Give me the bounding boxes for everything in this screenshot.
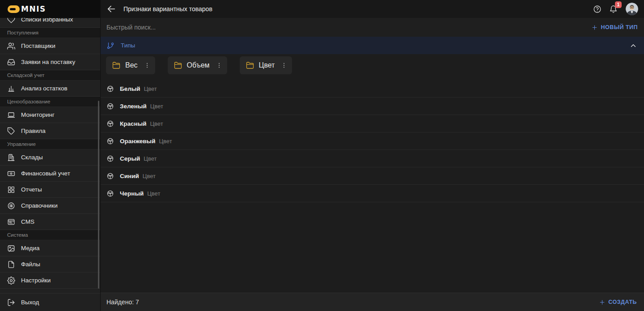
cms-icon [7, 218, 15, 226]
item-name: Оранжевый [120, 138, 155, 145]
sidebar-item-label: Поставщики [21, 43, 55, 49]
chevron-up-icon[interactable] [629, 42, 637, 50]
sidebar-nav: Списки избранныхПоступленияПоставщикиЗая… [0, 18, 100, 293]
list-item[interactable]: ЗеленыйЦвет [101, 98, 644, 115]
sidebar-bottom: Выход [0, 293, 100, 311]
list-circle-icon [7, 202, 15, 210]
notifications-button[interactable]: 1 [609, 5, 618, 13]
plus-icon [599, 299, 606, 306]
item-name: Красный [120, 120, 146, 127]
money-icon [7, 170, 15, 178]
sidebar-item-label: Финансовый учет [21, 170, 70, 177]
list-item[interactable]: ОранжевыйЦвет [101, 132, 644, 150]
sidebar-item-media[interactable]: Медиа [0, 240, 100, 256]
sidebar-item-directories[interactable]: Справочники [0, 198, 100, 214]
sidebar-item-monitoring[interactable]: Мониторинг [0, 107, 100, 123]
file-icon [7, 260, 15, 268]
sidebar-item-suppliers[interactable]: Поставщики [0, 38, 100, 54]
sidebar-item-finance[interactable]: Финансовый учет [0, 166, 100, 182]
folder-icon [112, 61, 120, 69]
list-item[interactable]: СинийЦвет [101, 167, 644, 185]
item-type-label: Цвет [144, 85, 157, 92]
app-window: MNIS Списки избранныхПоступленияПоставщи… [0, 0, 644, 311]
item-type-label: Цвет [159, 138, 172, 145]
notification-badge: 1 [615, 1, 622, 8]
main-panel: Признаки вариантных товаров 1 [101, 0, 644, 311]
building-icon [7, 153, 15, 162]
image-icon [7, 244, 15, 252]
back-button[interactable] [106, 4, 116, 14]
folder-icon [174, 61, 182, 69]
sidebar-item-label: Отчеты [21, 186, 42, 193]
bar-chart-icon [7, 85, 15, 93]
sidebar-item-logout[interactable]: Выход [0, 293, 100, 311]
list-item[interactable]: СерыйЦвет [101, 150, 644, 167]
items-list: БелыйЦветЗеленыйЦветКрасныйЦветОранжевый… [101, 80, 644, 202]
sidebar: MNIS Списки избранныхПоступленияПоставщи… [0, 0, 101, 311]
gear-icon [7, 277, 15, 285]
new-type-button[interactable]: НОВЫЙ ТИП [591, 24, 638, 31]
laptop-icon [7, 111, 15, 119]
omnis-logo: MNIS [8, 4, 46, 13]
create-button[interactable]: СОЗДАТЬ [599, 299, 637, 306]
plus-icon [591, 24, 598, 31]
type-chip[interactable]: Объем [168, 56, 227, 74]
sidebar-section-header: Поступления [0, 28, 100, 38]
sidebar-item-reports[interactable]: Отчеты [0, 182, 100, 198]
logo-wordmark: MNIS [21, 4, 46, 13]
sidebar-item-rules[interactable]: Правила [0, 123, 100, 139]
types-section-label: Типы [121, 42, 135, 49]
chip-label: Цвет [259, 61, 275, 69]
kebab-icon[interactable] [280, 62, 288, 69]
item-type-label: Цвет [150, 103, 163, 110]
sidebar-item-label: Настройки [21, 277, 51, 284]
sidebar-item-supply-requests[interactable]: Заявки на поставку [0, 54, 100, 70]
sidebar-item-label: Справочники [21, 202, 58, 209]
chip-label: Объем [187, 61, 210, 69]
sidebar-item-warehouses[interactable]: Склады [0, 149, 100, 166]
cube-icon [106, 120, 114, 128]
sidebar-item-label: Мониторинг [21, 111, 55, 118]
tag-icon [7, 127, 15, 135]
kebab-icon[interactable] [216, 62, 223, 69]
sidebar-scrollbar-thumb[interactable] [98, 101, 99, 289]
item-name: Черный [120, 190, 144, 197]
sidebar-section-header: Ценообразование [0, 97, 100, 107]
list-item[interactable]: ЧерныйЦвет [101, 185, 644, 202]
type-chip[interactable]: Цвет [240, 56, 292, 74]
sidebar-item-cms[interactable]: CMS [0, 214, 100, 230]
footer-bar: Найдено: 7 СОЗДАТЬ [101, 293, 644, 311]
sidebar-item-label: Списки избранных [21, 18, 73, 23]
types-section-header[interactable]: Типы [101, 37, 644, 54]
cube-icon [106, 137, 114, 145]
inbox-icon [7, 58, 15, 66]
sidebar-section-header: Система [0, 230, 100, 240]
new-type-label: НОВЫЙ ТИП [601, 24, 638, 30]
item-type-label: Цвет [144, 155, 157, 162]
topbar: Признаки вариантных товаров 1 [101, 0, 644, 18]
help-icon[interactable] [593, 5, 602, 13]
cube-icon [106, 172, 114, 180]
user-avatar[interactable] [626, 3, 638, 15]
cube-icon [106, 102, 114, 110]
found-count-text: Найдено: 7 [106, 298, 139, 306]
sidebar-item-label: Выход [21, 299, 39, 306]
sidebar-item-settings[interactable]: Настройки [0, 273, 100, 289]
page-title: Признаки вариантных товаров [123, 5, 212, 13]
sidebar-section-header: Складской учет [0, 70, 100, 81]
sidebar-item-stock-analysis[interactable]: Анализ остатков [0, 81, 100, 97]
sidebar-item-files[interactable]: Файлы [0, 256, 100, 273]
create-label: СОЗДАТЬ [608, 299, 637, 305]
cube-icon [106, 155, 114, 162]
kebab-icon[interactable] [144, 62, 151, 69]
list-item[interactable]: КрасныйЦвет [101, 115, 644, 132]
sidebar-item-favorites-lists[interactable]: Списки избранных [0, 18, 100, 28]
empty-area [101, 202, 644, 293]
item-name: Серый [120, 155, 140, 162]
quick-search-input[interactable] [106, 24, 591, 31]
folder-icon [246, 61, 254, 69]
grid-icon [7, 186, 15, 194]
list-item[interactable]: БелыйЦвет [101, 80, 644, 98]
type-chip[interactable]: Вес [106, 56, 155, 74]
item-name: Белый [120, 85, 140, 92]
